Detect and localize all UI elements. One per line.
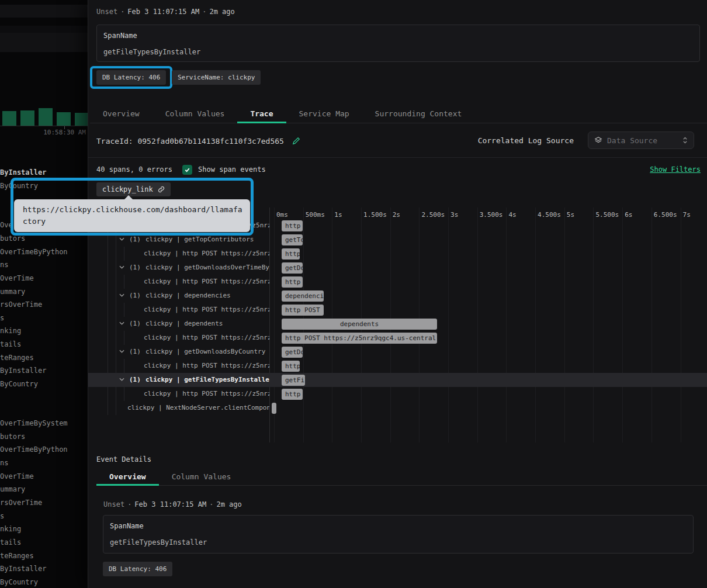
span-bar-label: http POST https://z5nrz (282, 389, 303, 400)
span-row[interactable]: clickpy | http POST https://z5nrzhttp PO… (88, 331, 707, 345)
tab-column-values[interactable]: Column Values (153, 106, 238, 123)
span-bar-label: getDownloadsOverTimeByS (282, 262, 303, 274)
axis-tick-label: 5.500s (595, 211, 619, 219)
clickpy-link-chip[interactable]: clickpy_link (96, 182, 171, 196)
sidebar-item: nking (0, 327, 21, 335)
span-name-box-bottom: SpanName getFileTypesByInstaller (103, 515, 694, 554)
sidebar-item: OverTimeByPython (0, 445, 68, 454)
axis-tick-label: 1.500s (363, 211, 387, 219)
sidebar-item: ns (0, 261, 8, 269)
span-duration-bar: http POST https://z5nrz (282, 389, 303, 400)
chevron-down-icon (119, 378, 124, 381)
chevron-down-icon[interactable] (119, 237, 124, 241)
span-duration-bar: getDownloadsOverTimeByS (282, 262, 303, 274)
span-row-name: (1)clickpy | getDownloadsByCountry (88, 345, 269, 359)
axis-tick-label: 1s (334, 211, 342, 219)
sidebar-item: butors (0, 433, 25, 441)
span-name-box: SpanName getFileTypesByInstaller (96, 25, 700, 62)
sidebar-item: ByCountry (0, 182, 38, 190)
mini-chart-bar (2, 111, 16, 126)
background-row (0, 33, 88, 52)
span-bar-label: http POST https://z5nrz (282, 361, 300, 372)
span-bar-label: getDownloadsByCountry (282, 347, 303, 358)
span-row-name: clickpy | http POST https://z5nrz (88, 303, 269, 317)
span-row[interactable]: (1)clickpy | getDownloadsByCountrygetDow… (88, 345, 707, 359)
span-row[interactable]: clickpy | http POST https://z5nrzhttp PO… (88, 303, 707, 317)
mini-chart-bar (75, 113, 89, 126)
span-duration-bar: http POST https://z5nrz (282, 305, 324, 316)
span-event-count: (1) (129, 292, 141, 299)
trace-id: TraceId: 0952fad0b67b114138fc110f3c7ed56… (96, 137, 284, 146)
axis-tick-label: 2s (393, 211, 400, 219)
chevron-down-icon[interactable] (119, 321, 124, 325)
span-row-name: (1)clickpy | getDownloadsOverTimeByS (88, 261, 269, 275)
tab-surrounding-context[interactable]: Surrounding Context (362, 106, 475, 123)
tab-overview[interactable]: Overview (90, 106, 153, 123)
separator: · (117, 8, 127, 16)
service-name-badge[interactable]: ServiceName: clickpy (172, 70, 261, 85)
show-filters-link[interactable]: Show Filters (650, 165, 701, 174)
timestamp: Feb 3 11:07:15 AM (134, 500, 206, 509)
trace-id-row: TraceId: 0952fad0b67b114138fc110f3c7ed56… (96, 132, 300, 150)
sidebar-item: nking (0, 525, 21, 533)
span-duration-bar: http POST https://z5nrz (282, 361, 300, 372)
sidebar-item: OverTimeByPython (0, 248, 68, 256)
span-row[interactable]: clickpy | http POST https://z5nrzhttp PO… (88, 359, 707, 373)
span-duration-bar: getFileTypesByInstaller (282, 375, 305, 386)
span-duration-bar: getTopContributors (282, 234, 303, 245)
span-bar-label: http POST https://z5nrz (282, 305, 324, 316)
span-label: clickpy | getTopContributors (145, 236, 254, 243)
tab-trace[interactable]: Trace (237, 106, 286, 123)
tree-guide-line (124, 275, 124, 289)
span-row-name: clickpy | NextNodeServer.clientCompone (88, 401, 269, 415)
span-row[interactable]: clickpy | NextNodeServer.clientCompone (88, 401, 707, 415)
divider (88, 157, 707, 158)
tab-service-map[interactable]: Service Map (286, 106, 362, 123)
sidebar-item: ByCountry (0, 578, 38, 586)
span-row[interactable]: clickpy | http POST https://z5nrzhttp PO… (88, 387, 707, 401)
chevron-down-icon[interactable] (119, 265, 124, 269)
span-bar-label: http POST https://z5nrz (282, 248, 300, 260)
data-source-select[interactable]: Data Source (588, 132, 694, 149)
spans-summary-row: 40 spans, 0 errors Show span events (96, 164, 266, 175)
correlated-log-source-group: Correlated Log Source Data Source (478, 132, 694, 149)
span-row[interactable]: (1)clickpy | getTopContributorsgetTopCon… (88, 233, 707, 247)
span-row[interactable]: clickpy | http POST https://z5nrzhttp PO… (88, 275, 707, 289)
span-row[interactable]: (1)clickpy | dependenciesdependencies (88, 289, 707, 303)
span-bar-label: dependents (282, 319, 437, 330)
sidebar-item: teRanges (0, 354, 34, 362)
sidebar-item: s (0, 512, 4, 520)
sidebar-item: OverTime (0, 274, 34, 282)
axis-tick-label: 6s (625, 211, 632, 219)
status-badge: Unset (96, 8, 117, 16)
span-label: clickpy | NextNodeServer.clientCompone (127, 404, 269, 411)
span-row[interactable]: (1)clickpy | dependentsdependents (88, 317, 707, 331)
sidebar-item: ByCountry (0, 380, 38, 388)
separator: · (124, 500, 134, 509)
show-span-events-checkbox[interactable] (182, 165, 192, 175)
db-latency-badge-bottom[interactable]: DB Latency: 406 (103, 562, 172, 576)
chevron-down-icon[interactable] (119, 350, 124, 353)
span-row[interactable]: (1)clickpy | getDownloadsOverTimeBySgetD… (88, 261, 707, 275)
data-source-placeholder: Data Source (607, 136, 657, 145)
chevron-down-icon[interactable] (119, 378, 124, 381)
sidebar-item: s (0, 314, 4, 322)
tree-guide-line (124, 247, 124, 261)
tree-guide-line (124, 359, 124, 373)
tab-column-values[interactable]: Column Values (159, 469, 244, 485)
tab-overview[interactable]: Overview (96, 469, 159, 485)
axis-tick-label: 7s (683, 211, 691, 219)
db-latency-badge[interactable]: DB Latency: 406 (96, 70, 166, 85)
mini-bar-chart: 10:58:30 AM (0, 53, 88, 137)
mini-chart-bar (20, 110, 34, 126)
span-duration-bar: http POST https://z5nrz (282, 276, 303, 288)
tree-guide-line (124, 387, 124, 401)
mini-chart-axis (0, 126, 88, 126)
sidebar-item: OverTimeBySystem (0, 419, 68, 427)
chevron-down-icon[interactable] (119, 293, 124, 297)
span-row[interactable]: clickpy | http POST https://z5nrzhttp PO… (88, 247, 707, 261)
sidebar-item: Ove (0, 221, 13, 229)
edit-pencil-icon[interactable] (292, 137, 300, 145)
span-row[interactable]: (1)clickpy | getFileTypesByInstallergetF… (88, 373, 707, 387)
mini-chart-time-label: 10:58:30 AM (0, 129, 86, 136)
